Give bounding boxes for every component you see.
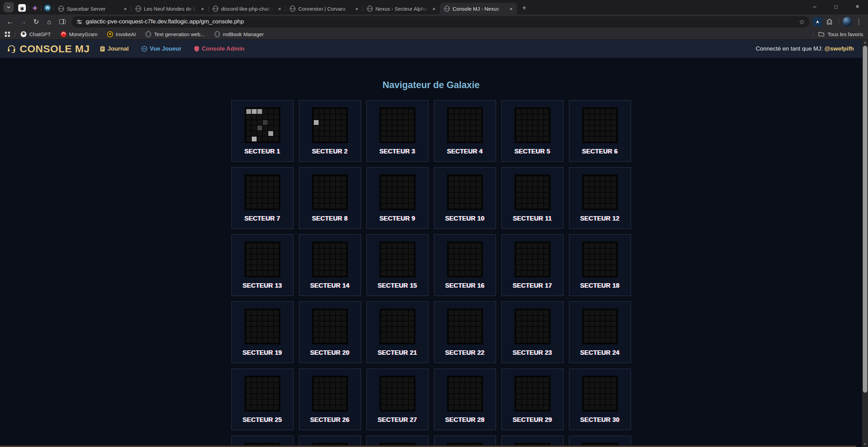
sector-cell (336, 405, 341, 410)
side-panel-button[interactable] (56, 16, 68, 28)
sector-card[interactable]: SECTEUR 4 (434, 100, 496, 162)
browser-tab[interactable]: Console MJ - Nexus × (440, 3, 517, 14)
sector-card[interactable]: SECTEUR 29 (502, 369, 564, 430)
new-tab-button[interactable]: + (519, 3, 529, 13)
sector-cell (611, 131, 616, 136)
sector-cell (341, 389, 346, 393)
pinned-tab-chatgpt[interactable] (16, 2, 28, 14)
forward-button[interactable]: → (17, 16, 29, 28)
refresh-button[interactable]: ↻ (30, 16, 42, 28)
sector-card[interactable]: SECTEUR 3 (366, 100, 428, 162)
browser-tab[interactable]: Spacebar Server × (54, 3, 131, 14)
sector-cell (398, 187, 403, 192)
tab-search-button[interactable] (3, 2, 14, 12)
sector-cell (527, 271, 532, 276)
tab-close-icon[interactable]: × (431, 6, 437, 12)
bookmark-star-icon[interactable]: ☆ (797, 17, 807, 26)
sector-card[interactable]: SECTEUR 8 (299, 167, 361, 229)
sector-card[interactable]: SECTEUR 18 (569, 234, 631, 296)
extensions-button[interactable] (824, 16, 835, 28)
bookmark-item[interactable]: InvokeAI (107, 31, 136, 37)
sector-card[interactable]: SECTEUR 9 (366, 167, 428, 229)
nav-journal[interactable]: Journal (100, 45, 128, 52)
tab-close-icon[interactable]: × (508, 6, 514, 12)
minimize-button[interactable]: ─ (804, 0, 825, 13)
pinned-tab-wordpress[interactable] (41, 2, 54, 14)
all-bookmarks-button[interactable]: Tous les favoris (813, 31, 863, 37)
home-button[interactable]: ⌂ (43, 16, 55, 28)
sector-card[interactable]: SECTEUR 7 (231, 167, 293, 229)
bookmark-item[interactable]: MoneyGram (61, 31, 98, 37)
browser-tab[interactable]: Les Neuf Mondes de la Mytholo × (131, 3, 208, 14)
sector-card[interactable]: SECTEUR 2 (299, 100, 361, 162)
nav-console-admin[interactable]: Console Admin (194, 45, 245, 52)
sector-cell (330, 265, 335, 270)
apps-grid-icon[interactable] (5, 32, 10, 37)
sector-cell (398, 400, 403, 404)
tab-close-icon[interactable]: × (199, 6, 206, 12)
sector-card[interactable]: SECTEUR 22 (434, 301, 496, 363)
sector-cell (544, 249, 549, 254)
nav-vue-joueur[interactable]: Vue Joueur (141, 45, 182, 52)
sector-card[interactable]: SECTEUR 10 (434, 167, 496, 229)
bookmark-item[interactable]: mdBook Manager (214, 31, 264, 37)
sector-card[interactable]: SECTEUR 1 (231, 100, 293, 162)
extension-pinned-button[interactable] (813, 17, 822, 26)
sector-card[interactable]: SECTEUR 24 (569, 301, 631, 363)
maximize-button[interactable]: □ (825, 0, 847, 13)
back-button[interactable]: ← (4, 16, 16, 28)
sector-cell (460, 182, 465, 187)
sector-cell (381, 327, 386, 332)
sector-cell (387, 254, 392, 259)
sector-card[interactable]: SECTEUR 26 (299, 369, 361, 430)
profile-avatar[interactable] (843, 17, 852, 26)
scroll-down-button[interactable]: ▼ (862, 441, 868, 447)
scrollbar-thumb[interactable] (863, 46, 867, 393)
pinned-tab-gemini[interactable] (29, 2, 41, 14)
sector-cell (449, 405, 454, 410)
sector-card[interactable]: SECTEUR 28 (434, 369, 496, 430)
browser-tab[interactable]: discord-like-php-chat-7262.dev × (208, 3, 286, 14)
sector-card[interactable]: SECTEUR 5 (502, 100, 564, 162)
sector-card[interactable]: SECTEUR 30 (569, 369, 631, 430)
sector-cell (257, 394, 262, 399)
browser-tab[interactable]: Connexion | Corvara × (286, 3, 363, 14)
sector-cell (330, 332, 335, 337)
tab-close-icon[interactable]: × (122, 6, 128, 12)
close-window-button[interactable]: × (847, 0, 868, 13)
sector-cell (454, 260, 459, 265)
page-scrollbar[interactable]: ▲ ▼ (862, 40, 868, 447)
sector-card[interactable]: SECTEUR 17 (502, 234, 564, 296)
sector-card[interactable]: SECTEUR 16 (434, 234, 496, 296)
browser-menu-button[interactable]: ⋮ (854, 17, 864, 27)
session-prefix: Connecté en tant que MJ: (756, 45, 824, 52)
bookmark-item[interactable]: ChatGPT (21, 31, 51, 37)
sector-card[interactable]: SECTEUR 14 (299, 234, 361, 296)
sector-cell (403, 383, 408, 388)
omnibox[interactable]: galactic-pve-conquest-c7fe.dev.flatlogic… (72, 16, 809, 28)
sector-card[interactable]: SECTEUR 27 (366, 369, 428, 430)
sector-card[interactable]: SECTEUR 11 (502, 167, 564, 229)
sector-card[interactable]: SECTEUR 20 (299, 301, 361, 363)
sector-cell (392, 389, 397, 393)
tab-close-icon[interactable]: × (277, 6, 283, 12)
sector-card[interactable]: SECTEUR 6 (569, 100, 631, 162)
site-viewport: CONSOLE MJ Journal Vue Joueur Console Ad… (0, 40, 868, 447)
sector-card[interactable]: SECTEUR 25 (231, 369, 293, 430)
sector-card[interactable]: SECTEUR 19 (231, 301, 293, 363)
sector-cell (246, 249, 251, 254)
sector-cell (538, 249, 543, 254)
bookmark-item[interactable]: Text generation web... (145, 31, 205, 37)
sector-minimap (582, 174, 618, 210)
sector-card[interactable]: SECTEUR 15 (366, 234, 428, 296)
browser-tab[interactable]: Nexus - Secteur Alpha [G1] × (363, 3, 440, 14)
sector-cell (409, 176, 414, 181)
scroll-up-button[interactable]: ▲ (862, 40, 868, 45)
tab-close-icon[interactable]: × (354, 6, 360, 12)
sector-card[interactable]: SECTEUR 21 (366, 301, 428, 363)
sector-cell (454, 394, 459, 399)
sector-card[interactable]: SECTEUR 13 (231, 234, 293, 296)
sector-cell (522, 126, 527, 130)
sector-card[interactable]: SECTEUR 12 (569, 167, 631, 229)
sector-card[interactable]: SECTEUR 23 (502, 301, 564, 363)
